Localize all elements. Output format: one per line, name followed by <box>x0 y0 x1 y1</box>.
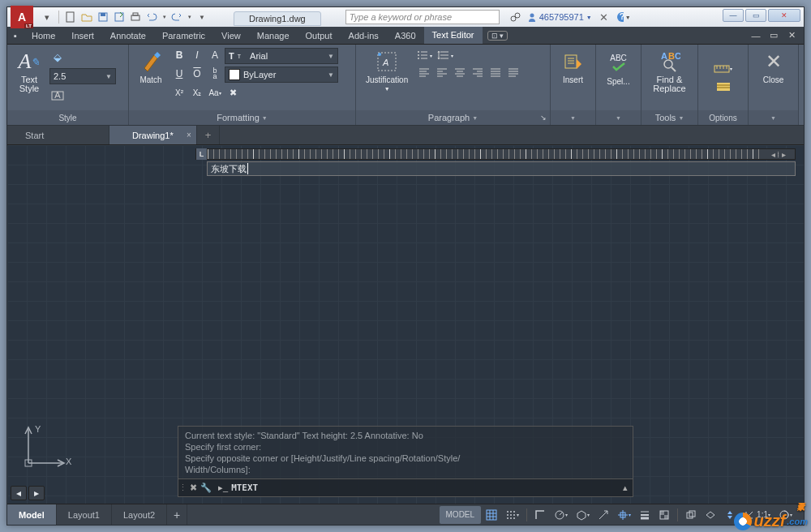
ribbon-minimize-icon[interactable]: ▪ <box>7 27 24 44</box>
help-icon[interactable]: ?▼ <box>616 10 631 24</box>
nav-left-icon[interactable]: ◂ <box>11 486 27 500</box>
find-replace-button[interactable]: ABC Find &Replace <box>648 48 690 95</box>
tab-start[interactable]: Start <box>12 126 109 144</box>
panel-tools-label[interactable]: Tools▼ <box>642 110 697 125</box>
undo-icon[interactable] <box>144 10 159 24</box>
stack-button[interactable]: ba <box>207 66 223 81</box>
spell-button[interactable]: ABC Spel... <box>602 48 636 88</box>
insert-button[interactable]: Insert <box>556 48 590 86</box>
search-input[interactable]: Type a keyword or phrase <box>345 10 500 24</box>
overline-button[interactable]: O <box>189 66 205 81</box>
panel-format-label[interactable]: Formatting▼ <box>129 110 355 125</box>
tab-new-button[interactable]: + <box>197 126 221 144</box>
saveas-icon[interactable] <box>112 10 127 24</box>
maximize-button[interactable]: ▭ <box>745 9 766 22</box>
tab-annotate[interactable]: Annotate <box>102 27 154 44</box>
match-button[interactable]: Match <box>134 48 168 86</box>
cmdline-wrench-icon[interactable]: 🔧 <box>200 483 212 493</box>
bold-button[interactable]: B <box>171 48 187 62</box>
tab-layout1[interactable]: Layout1 <box>57 504 112 525</box>
drawing-canvas[interactable]: L ◂ ⁞ ▸ 东坡下载 Y X ◂ ▸ Current text s <box>7 145 804 504</box>
document-tab[interactable]: Drawing1.dwg <box>234 11 321 26</box>
panel-paragraph-label[interactable]: Paragraph▼↘ <box>356 110 550 125</box>
search-icon[interactable] <box>508 10 522 24</box>
text-style-button[interactable]: A✎ TextStyle <box>12 48 46 95</box>
font-combo[interactable]: TT Arial▼ <box>225 48 338 64</box>
underline-button[interactable]: U <box>171 66 187 81</box>
panel-close-label[interactable]: ▼ <box>749 110 798 125</box>
layer-combo[interactable]: ByLayer▼ <box>225 66 338 83</box>
menu-dropdown-icon[interactable]: ▾ <box>40 10 54 24</box>
otrack-toggle-icon[interactable]: ▾ <box>614 506 634 524</box>
transparency-toggle-icon[interactable] <box>655 506 673 524</box>
command-window[interactable]: Current text style: "Standard" Text heig… <box>178 426 633 497</box>
justification-button[interactable]: A Justification ▼ <box>361 48 413 93</box>
panel-insert-label[interactable]: ▼ <box>551 110 595 125</box>
align-default-button[interactable] <box>416 65 432 79</box>
qat-dd-1[interactable]: ▾ <box>161 10 168 24</box>
ruler-tab[interactable]: L <box>196 148 208 160</box>
ruler-toggle-button[interactable]: ▾ <box>714 62 733 76</box>
osnap-toggle-icon[interactable] <box>594 506 612 524</box>
plot-icon[interactable] <box>128 10 143 24</box>
exchange-icon[interactable]: ✕ <box>597 10 611 24</box>
save-icon[interactable] <box>96 10 110 24</box>
redo-icon[interactable] <box>169 10 184 24</box>
tab-drawing1[interactable]: Drawing1*× <box>109 126 197 144</box>
linespace-button[interactable]: ▾ <box>434 48 457 62</box>
open-icon[interactable] <box>79 10 94 24</box>
annotation-visibility-icon[interactable] <box>702 506 719 524</box>
nav-right-icon[interactable]: ▸ <box>28 486 45 500</box>
height-combo[interactable]: 2.5▼ <box>49 68 116 84</box>
doc-restore-button[interactable]: ▭ <box>766 28 781 43</box>
tab-extra-icon[interactable]: ⊡ ▾ <box>483 27 513 44</box>
font-a-button[interactable]: A <box>207 48 223 62</box>
minimize-button[interactable]: — <box>723 9 744 22</box>
mtext-editor[interactable]: 东坡下载 <box>207 161 796 176</box>
ortho-toggle-icon[interactable] <box>531 506 549 524</box>
isodraft-icon[interactable]: ▾ <box>573 506 593 524</box>
tab-output[interactable]: Output <box>298 27 341 44</box>
app-logo-icon[interactable]: A <box>11 6 33 28</box>
new-icon[interactable] <box>63 10 78 24</box>
text-ruler[interactable]: L ◂ ⁞ ▸ <box>195 148 796 160</box>
tab-layout-add[interactable]: + <box>167 504 187 525</box>
align-distribute-button[interactable] <box>505 65 521 79</box>
polar-toggle-icon[interactable]: ▾ <box>551 506 571 524</box>
qat-customize-icon[interactable]: ▼ <box>195 10 209 24</box>
clear-format-button[interactable]: ✖ <box>225 85 241 100</box>
options-more-button[interactable] <box>714 79 733 94</box>
tab-addins[interactable]: Add-ins <box>341 27 387 44</box>
grid-toggle-icon[interactable] <box>483 506 500 524</box>
model-toggle[interactable]: MODEL <box>440 506 482 524</box>
align-left-button[interactable] <box>434 65 450 79</box>
command-line[interactable]: ⋮⋮ ✖ 🔧 ▸_ ▴ <box>178 478 633 496</box>
doc-close-button[interactable]: ✕ <box>784 28 799 43</box>
align-center-button[interactable] <box>452 65 468 79</box>
subscript-button[interactable]: X₂ <box>189 85 205 100</box>
tab-model[interactable]: Model <box>7 504 57 525</box>
tab-manage[interactable]: Manage <box>249 27 298 44</box>
mask-icon[interactable]: A <box>49 88 66 103</box>
signin-area[interactable]: 465795971 ▼ <box>527 12 592 22</box>
tab-insert[interactable]: Insert <box>63 27 102 44</box>
tab-parametric[interactable]: Parametric <box>154 27 213 44</box>
annotative-icon[interactable]: ⬙ <box>49 49 66 64</box>
bullets-button[interactable]: ▾ <box>416 48 432 62</box>
command-input[interactable] <box>231 483 618 493</box>
panel-spell-label[interactable]: ▼ <box>596 110 641 125</box>
selection-cycling-icon[interactable] <box>682 506 700 524</box>
doc-minimize-button[interactable]: — <box>749 28 763 43</box>
align-right-button[interactable] <box>470 65 486 79</box>
close-editor-button[interactable]: ✕ Close <box>757 48 791 86</box>
tab-home[interactable]: Home <box>24 27 63 44</box>
snap-toggle-icon[interactable]: ▾ <box>502 506 522 524</box>
cmdline-customize-icon[interactable]: ✖ <box>190 483 197 493</box>
lineweight-toggle-icon[interactable] <box>636 506 654 524</box>
close-button[interactable]: ✕ <box>768 9 800 22</box>
cmdline-arrow-icon[interactable]: ▸_ <box>215 483 231 493</box>
align-justify-button[interactable] <box>487 65 504 79</box>
ruler-handles[interactable]: ◂ ⁞ ▸ <box>762 150 795 159</box>
tab-texteditor[interactable]: Text Editor <box>424 27 483 44</box>
superscript-button[interactable]: X² <box>171 85 187 100</box>
